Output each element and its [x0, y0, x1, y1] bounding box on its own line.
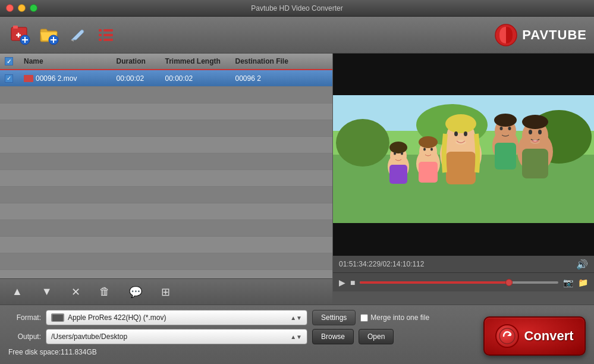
- format-icon: [51, 313, 64, 322]
- logo-text: PAVTUBE: [522, 27, 587, 43]
- row-check: ✓: [5, 74, 24, 83]
- move-up-button[interactable]: ▲: [10, 283, 25, 300]
- empty-row: [0, 220, 332, 237]
- svg-point-28: [538, 130, 542, 134]
- file-icon: [24, 75, 33, 82]
- preview-black-top: [333, 54, 594, 95]
- grid-button[interactable]: ⊞: [159, 283, 172, 301]
- close-button[interactable]: [6, 4, 14, 12]
- output-label: Output:: [8, 332, 41, 341]
- app-title: Pavtube HD Video Converter: [251, 4, 343, 12]
- settings-button[interactable]: Settings: [312, 310, 356, 325]
- svg-point-35: [464, 131, 467, 136]
- merge-checkbox[interactable]: [360, 314, 368, 322]
- convert-button[interactable]: Convert: [483, 316, 586, 356]
- add-file-button[interactable]: [7, 22, 33, 48]
- empty-row: [0, 253, 332, 270]
- stop-button[interactable]: ■: [350, 278, 355, 287]
- delete-button[interactable]: 🗑: [97, 283, 112, 300]
- file-list-body: ✓ 00096 2.mov 00:00:02 00:00:02 00096 2: [0, 70, 332, 278]
- merge-checkbox-row: Merge into one file: [360, 313, 429, 322]
- toolbar: PAVTUBE: [0, 17, 594, 54]
- timecode-text: 01:51:34:229/02:14:10:112: [339, 260, 424, 268]
- file-list-panel: ✓ Name Duration Trimmed Length Destinati…: [0, 54, 333, 305]
- output-arrow-icon: ▲▼: [290, 334, 302, 340]
- preview-thumbnail: [333, 95, 594, 223]
- preview-controls: ▶ ■ 📷 📁: [333, 272, 594, 291]
- svg-point-33: [445, 114, 476, 133]
- edit-button[interactable]: [64, 22, 90, 48]
- seek-bar[interactable]: [360, 281, 558, 284]
- format-icon-inner: [52, 315, 63, 321]
- file-list-header: ✓ Name Duration Trimmed Length Destinati…: [0, 54, 332, 70]
- empty-row: [0, 187, 332, 203]
- preview-panel: 01:51:34:229/02:14:10:112 🔊 ▶ ■ 📷 📁: [333, 54, 594, 305]
- svg-point-21: [336, 119, 389, 167]
- table-row[interactable]: ✓ 00096 2.mov 00:00:02 00:00:02 00096 2: [0, 70, 332, 87]
- maximize-button[interactable]: [30, 4, 37, 12]
- svg-rect-15: [99, 39, 102, 41]
- output-path-text: /Users/pavtube/Desktop: [51, 332, 127, 341]
- main-content: ✓ Name Duration Trimmed Length Destinati…: [0, 54, 594, 305]
- row-name: 00096 2.mov: [24, 74, 117, 83]
- snapshot-icon[interactable]: 📷: [563, 278, 573, 287]
- svg-point-45: [419, 136, 438, 148]
- empty-row: [0, 237, 332, 253]
- svg-point-46: [423, 148, 426, 151]
- svg-rect-44: [419, 162, 438, 183]
- svg-point-27: [529, 130, 532, 134]
- select-all-checkbox[interactable]: ✓: [5, 57, 13, 65]
- output-select[interactable]: /Users/pavtube/Desktop ▲▼: [46, 329, 307, 344]
- logo-icon: [495, 24, 517, 46]
- svg-rect-14: [103, 34, 113, 36]
- svg-point-29: [522, 115, 548, 129]
- svg-rect-38: [495, 143, 516, 170]
- volume-icon[interactable]: 🔊: [576, 259, 588, 270]
- svg-point-52: [394, 152, 396, 155]
- open-folder-button[interactable]: [36, 22, 62, 48]
- title-bar: Pavtube HD Video Converter: [0, 0, 594, 17]
- seek-thumb[interactable]: [505, 279, 513, 286]
- open-button[interactable]: Open: [359, 329, 394, 344]
- svg-rect-12: [103, 29, 113, 32]
- folder-open-icon[interactable]: 📁: [578, 278, 588, 287]
- convert-icon: [495, 324, 519, 348]
- col-trimmed-header: Trimmed Length: [165, 57, 235, 65]
- minimize-button[interactable]: [18, 4, 26, 12]
- svg-point-41: [508, 127, 511, 130]
- svg-point-34: [454, 131, 458, 136]
- svg-point-53: [401, 152, 403, 155]
- list-button[interactable]: [93, 22, 119, 48]
- svg-rect-16: [103, 39, 113, 41]
- convert-label: Convert: [524, 328, 573, 344]
- browse-button[interactable]: Browse: [312, 329, 354, 344]
- empty-row: [0, 270, 332, 278]
- message-button[interactable]: 💬: [127, 283, 144, 301]
- window-controls: [6, 4, 37, 12]
- empty-row: [0, 103, 332, 120]
- svg-point-40: [500, 127, 503, 130]
- merge-label: Merge into one file: [370, 313, 429, 322]
- play-button[interactable]: ▶: [339, 278, 345, 287]
- format-select[interactable]: Apple ProRes 422(HQ) (*.mov) ▲▼: [46, 310, 307, 325]
- svg-rect-13: [99, 34, 102, 36]
- col-name-header: Name: [24, 57, 117, 65]
- format-label: Format:: [8, 313, 41, 322]
- empty-row: [0, 137, 332, 153]
- row-duration: 00:00:02: [117, 74, 165, 83]
- svg-rect-50: [389, 165, 407, 184]
- seek-progress: [360, 281, 508, 284]
- free-disk-text: Free disk space:111.834GB: [8, 348, 97, 356]
- preview-black-bottom: [333, 223, 594, 256]
- row-checkbox[interactable]: ✓: [5, 74, 13, 83]
- svg-point-51: [389, 142, 407, 153]
- svg-rect-11: [99, 29, 102, 32]
- file-list-toolbar: ▲ ▼ ✕ 🗑 💬 ⊞: [0, 278, 332, 305]
- col-dest-header: Destination File: [235, 57, 328, 65]
- remove-button[interactable]: ✕: [69, 283, 83, 301]
- svg-rect-26: [522, 149, 548, 178]
- empty-row: [0, 170, 332, 187]
- empty-row: [0, 153, 332, 170]
- move-down-button[interactable]: ▼: [39, 283, 55, 300]
- select-arrow-icon: ▲▼: [290, 315, 302, 321]
